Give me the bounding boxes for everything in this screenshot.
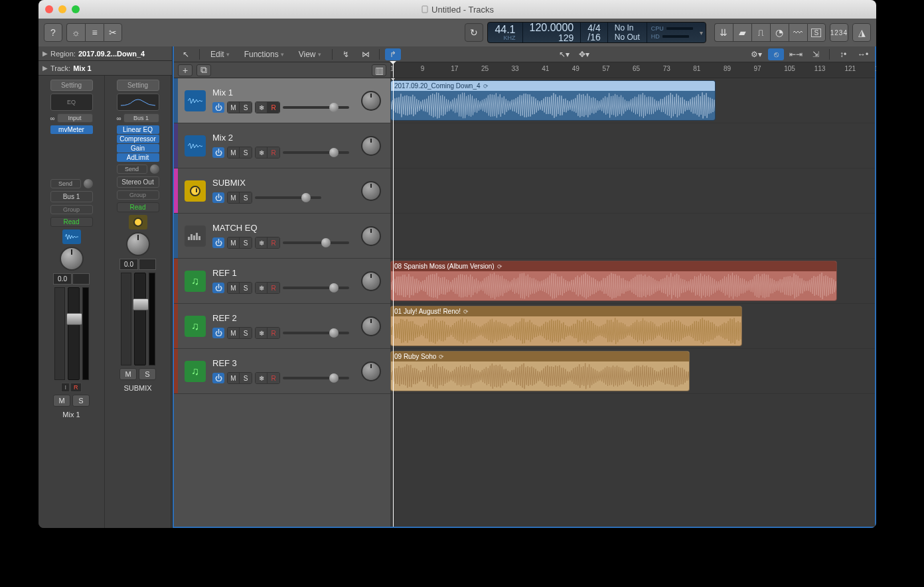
audio-region[interactable]: 01 July! August! Reno! ⟳ [390, 306, 742, 346]
duplicate-track-button[interactable]: ⧉ [196, 64, 211, 76]
power-button[interactable]: ⏻ [212, 237, 224, 248]
solo-button[interactable]: S [139, 368, 156, 380]
freeze-button[interactable]: ❄ [256, 373, 268, 383]
flex-icon[interactable]: ⋈ [358, 48, 374, 60]
solo-button[interactable]: S [240, 283, 252, 293]
volume-fader[interactable] [68, 287, 80, 380]
zoom-fit-h-icon[interactable]: ⇤⇥ [788, 48, 804, 60]
track-icon[interactable] [62, 229, 81, 244]
output-slot[interactable]: Stereo Out [117, 176, 159, 188]
catch-playhead-icon[interactable]: ↱ [385, 48, 401, 60]
view-menu[interactable]: View▾ [293, 48, 327, 60]
pan-knob[interactable] [361, 91, 381, 111]
freeze-button[interactable]: ❄ [256, 102, 268, 113]
lcd-display[interactable]: 44.1KHZ 120.0000129 4/4/16 No InNo Out C… [487, 22, 706, 43]
track-icon[interactable]: ♫ [185, 316, 206, 337]
solo-button[interactable]: S [240, 192, 252, 203]
track-icon[interactable] [185, 90, 206, 111]
track-lane[interactable]: 01 July! August! Reno! ⟳ [390, 304, 875, 349]
solo-button[interactable]: S [240, 147, 252, 158]
mute-button[interactable]: M [228, 373, 240, 383]
playhead-line[interactable] [393, 78, 394, 527]
send-knob[interactable] [150, 164, 159, 174]
mute-button[interactable]: M [228, 147, 240, 158]
volume-fader[interactable] [134, 273, 146, 365]
volume-slider[interactable] [283, 287, 349, 289]
audio-region[interactable]: 2017.09.20_Coming Down_4 ⟳ [390, 80, 716, 121]
list-editors-button[interactable]: ⇊ [714, 23, 733, 42]
mute-button[interactable]: M [228, 328, 240, 338]
track-icon[interactable] [185, 180, 206, 202]
record-button[interactable]: R [268, 147, 279, 158]
track-header[interactable]: Mix 2⏻MS❄R [174, 123, 390, 168]
division[interactable]: /16 [587, 33, 600, 42]
insert-slot-3[interactable]: Gain [117, 144, 159, 153]
functions-menu[interactable]: Functions▾ [239, 48, 289, 60]
pan-knob[interactable] [361, 361, 381, 381]
region-inspector-header[interactable]: ▶Region: 2017.09.2...Down_4 [38, 46, 173, 61]
audio-region[interactable]: 08 Spanish Moss (Album Version) ⟳ [390, 261, 837, 301]
mixer-button[interactable]: ≡ [85, 23, 104, 42]
pointer-tool[interactable]: ↖▾ [556, 48, 572, 60]
record-button[interactable]: R [268, 283, 279, 293]
record-button[interactable]: R [268, 328, 279, 338]
track-lane[interactable]: 2017.09.20_Coming Down_4 ⟳ [390, 78, 875, 123]
mute-button[interactable]: M [53, 395, 70, 407]
volume-value[interactable]: 0.0 [119, 259, 138, 270]
marquee-tool[interactable]: ✥▾ [576, 48, 592, 60]
add-track-button[interactable]: + [178, 64, 193, 76]
eq-thumbnail[interactable]: EQ [50, 94, 93, 111]
track-icon[interactable]: ♫ [185, 361, 206, 382]
record-button[interactable]: R [268, 373, 279, 383]
automation-mode[interactable]: Read [117, 202, 159, 212]
volume-slider[interactable] [283, 332, 349, 334]
insert-slot-mvmeter[interactable]: mvMeter [50, 125, 93, 134]
pan-knob[interactable] [126, 232, 150, 256]
disclosure-triangle-icon[interactable]: ▶ [42, 50, 48, 57]
mute-button[interactable]: M [228, 192, 240, 203]
freeze-button[interactable]: ❄ [256, 147, 268, 158]
freeze-button[interactable]: ❄ [256, 328, 268, 338]
smart-controls-button[interactable]: ☼ [66, 23, 85, 42]
power-button[interactable]: ⏻ [212, 283, 224, 293]
volume-slider[interactable] [283, 106, 349, 109]
power-button[interactable]: ⏻ [212, 373, 224, 383]
zoom-fit-v-icon[interactable]: ⇲ [808, 48, 824, 60]
track-lane[interactable] [390, 214, 875, 259]
solo-button[interactable]: S [240, 328, 252, 338]
global-tracks-button[interactable]: ▥ [372, 64, 386, 76]
output-slot[interactable]: Bus 1 [50, 191, 93, 202]
library-button[interactable]: ? [44, 23, 62, 42]
pan-knob[interactable] [60, 247, 84, 271]
back-icon[interactable]: ↖ [178, 48, 194, 60]
volume-slider[interactable] [283, 241, 349, 244]
position-bars[interactable]: 129 [558, 33, 574, 42]
track-icon[interactable] [185, 226, 206, 247]
browser-button[interactable]: ◔ [770, 23, 789, 42]
setting-button[interactable]: Setting [117, 80, 159, 91]
track-header[interactable]: Mix 1⏻MS❄R [174, 78, 390, 123]
track-header[interactable]: ♫REF 1⏻MS❄R [174, 259, 390, 304]
bar-ruler[interactable]: 191725334149576573818997105113121129 [390, 62, 875, 78]
volume-slider[interactable] [283, 377, 349, 379]
tempo[interactable]: 120.0000 [530, 23, 574, 33]
pan-knob[interactable] [361, 226, 381, 246]
count-in-button[interactable]: 1234 [830, 23, 848, 42]
track-inspector-header[interactable]: ▶Track: Mix 1 [38, 61, 173, 76]
playhead[interactable] [393, 62, 394, 78]
track-lane[interactable]: 08 Spanish Moss (Album Version) ⟳ [390, 259, 875, 304]
freeze-button[interactable]: ❄ [256, 283, 268, 293]
setting-button[interactable]: Setting [50, 80, 93, 91]
volume-value[interactable]: 0.0 [53, 273, 72, 285]
time-sig[interactable]: 4/4 [587, 23, 600, 33]
pan-knob[interactable] [361, 181, 381, 201]
edit-menu[interactable]: Edit▾ [205, 48, 235, 60]
send-slot[interactable]: Send [117, 164, 147, 174]
chevron-down-icon[interactable]: ▾ [700, 29, 703, 36]
input-monitor-button[interactable]: I [61, 383, 70, 392]
notepad-button[interactable]: ▰ [733, 23, 751, 42]
disclosure-triangle-icon[interactable]: ▶ [42, 64, 48, 72]
record-button[interactable]: R [268, 102, 279, 113]
pan-knob[interactable] [361, 271, 381, 291]
send-slot[interactable]: Send [50, 179, 81, 188]
